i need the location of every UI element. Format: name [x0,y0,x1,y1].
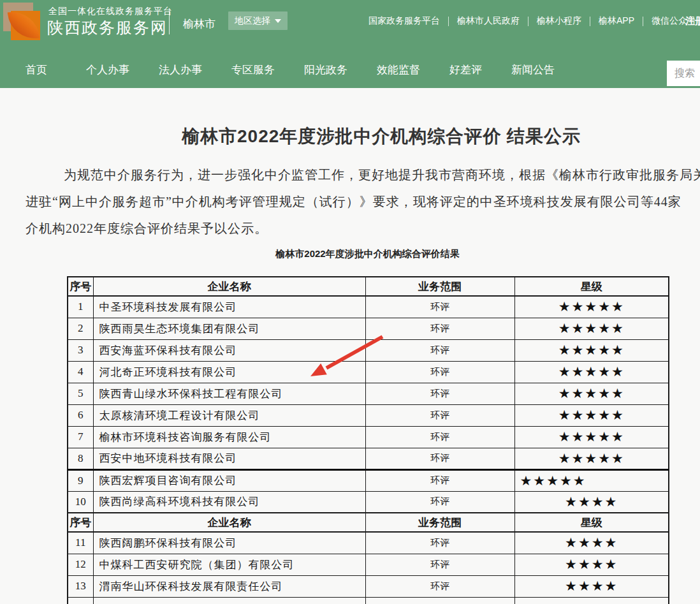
cell-index [68,597,93,604]
cell-business-scope: 环评 [365,361,514,383]
notice-paragraph-line3: 介机构2022年度综合评价结果予以公示。 [26,220,268,237]
nav-item[interactable]: 法人办事 [159,63,202,77]
cell-index: 1 [68,296,93,318]
cell-company-name: 中煤科工西安研究院（集团）有限公司 [93,554,365,575]
current-city-label: 榆林市 [183,17,215,31]
cell-star-rating: ★★★★★ [514,361,669,383]
cell-index: 12 [68,554,93,575]
cell-star-rating: ★★★★★ [514,404,669,426]
cell-company-name: 陕西青山绿水环保科技工程有限公司 [93,383,365,404]
table-row: 13渭南华山环保科技发展有限责任公司环评★★★★ [68,575,669,597]
cell-company-name: 中圣环境科技发展有限公司 [93,296,365,318]
table-row: 12中煤科工西安研究院（集团）有限公司环评★★★★ [68,554,669,575]
cell-index: 8 [68,448,93,469]
table-row: 10陕西尚绿高科环境科技有限公司环评★★★★ [68,491,669,513]
table-caption: 榆林市2022年度涉批中介机构综合评价结果 [67,248,668,260]
table-row: 1中圣环境科技发展有限公司环评★★★★★ [68,296,669,318]
cell-company-name [93,597,365,604]
nav-item[interactable]: 个人办事 [86,63,129,77]
region-selector-button[interactable]: 地区选择 [228,11,288,30]
cell-business-scope: 环评 [365,383,514,404]
cell-index: 2 [68,318,93,339]
cell-index: 7 [68,426,93,448]
search-input[interactable] [667,61,700,86]
column-header: 星级 [514,277,669,296]
table-row: 6太原核清环境工程设计有限公司环评★★★★★ [68,404,669,426]
column-header: 企业名称 [93,277,365,296]
table-row: 9陕西宏辉项目咨询有限公司环评★★★★★ [68,469,669,491]
cell-star-rating: ★★★★★ [514,426,669,448]
site-logo-icon [3,3,41,41]
cell-business-scope: 环评 [365,532,514,554]
cell-star-rating: ★★★★ [514,491,669,513]
cell-company-name: 河北奇正环境科技有限公司 [93,361,365,383]
chevron-down-icon [275,19,281,23]
topbar-link[interactable]: 国家政务服务平台 [368,15,440,27]
table-header-row: 序号企业名称业务范围星级 [68,277,669,296]
cell-business-scope: 环评 [365,426,514,448]
evaluation-table-body: 序号企业名称业务范围星级1中圣环境科技发展有限公司环评★★★★★2陕西雨昊生态环… [68,277,669,604]
register-link[interactable]: 注册 [685,15,700,27]
nav-item[interactable]: 新闻公告 [511,63,555,77]
cell-company-name: 陕西雨昊生态环境集团有限公司 [93,318,365,339]
cell-company-name: 陕西尚绿高科环境科技有限公司 [93,491,365,513]
cell-star-rating: ★★★★★ [514,296,669,318]
column-header: 企业名称 [93,513,365,532]
cell-star-rating: ★★★★★ [514,339,669,361]
topbar-links: 国家政务服务平台榆林市人民政府榆林小程序榆林APP微信公众号 [368,15,696,27]
cell-index: 3 [68,339,93,361]
table-row: 11陕西阔鹏环保科技有限公司环评★★★★ [68,532,669,554]
topbar-link[interactable]: 榆林市人民政府 [457,15,520,27]
cell-company-name: 陕西宏辉项目咨询有限公司 [93,469,365,491]
cell-company-name: 西安海蓝环保科技有限公司 [93,339,365,361]
topbar-link[interactable]: 榆林小程序 [537,15,581,27]
cell-company-name: 渭南华山环保科技发展有限责任公司 [93,575,365,597]
table-row [68,597,669,604]
notice-title: 榆林市2022年度涉批中介机构综合评价 结果公示 [182,124,581,149]
column-header: 序号 [68,513,93,532]
platform-label: 全国一体化在线政务服务平台 [48,6,173,17]
table-row: 7榆林市环境科技咨询服务有限公司环评★★★★★ [68,426,669,448]
site-header: 全国一体化在线政务服务平台 陕西政务服务网 榆林市 地区选择 国家政务服务平台榆… [0,0,700,88]
cell-star-rating [514,597,669,604]
cell-company-name: 榆林市环境科技咨询服务有限公司 [93,426,365,448]
cell-star-rating: ★★★★ [514,554,669,575]
cell-business-scope: 环评 [365,448,514,469]
nav-item[interactable]: 好差评 [449,63,482,77]
table-row: 4河北奇正环境科技有限公司环评★★★★★ [68,361,669,383]
cell-business-scope: 环评 [365,339,514,361]
notice-paragraph-line2: 进驻“网上中介服务超市”中介机构考评管理规定（试行）》要求，现将评定的中圣环境科… [26,193,682,210]
nav-item[interactable]: 阳光政务 [304,63,347,77]
column-header: 序号 [68,277,93,296]
header-divider [169,10,170,34]
cell-business-scope: 环评 [365,296,514,318]
nav-item[interactable]: 专区服务 [231,63,275,77]
link-separator [528,17,529,26]
notice-paragraph-line1: 为规范中介服务行为，进一步强化中介监管工作，更好地提升我市营商环境，根据《榆林市… [64,166,700,184]
cell-business-scope: 环评 [365,469,514,491]
table-row: 3西安海蓝环保科技有限公司环评★★★★★ [68,339,669,361]
cell-index: 10 [68,491,93,513]
column-header: 业务范围 [365,277,514,296]
cell-star-rating: ★★★★ [514,532,669,554]
cell-business-scope: 环评 [365,491,514,513]
topbar-link[interactable]: 榆林APP [599,15,634,27]
cell-business-scope: 环评 [365,318,514,339]
page: 全国一体化在线政务服务平台 陕西政务服务网 榆林市 地区选择 国家政务服务平台榆… [0,0,700,604]
cell-star-rating: ★★★★★ [514,383,669,404]
cell-business-scope [365,597,514,604]
cell-index: 4 [68,361,93,383]
link-separator [643,17,643,26]
cell-index: 9 [68,469,93,491]
cell-star-rating: ★★★★★ [514,469,669,491]
nav-item[interactable]: 首页 [26,63,47,77]
cell-star-rating: ★★★★ [514,575,669,597]
table-row: 5陕西青山绿水环保科技工程有限公司环评★★★★★ [68,383,669,404]
column-header: 业务范围 [365,513,514,532]
cell-business-scope: 环评 [365,554,514,575]
cell-business-scope: 环评 [365,404,514,426]
link-separator [590,17,590,26]
cell-company-name: 西安中地环境科技有限公司 [93,448,365,469]
nav-item[interactable]: 效能监督 [377,63,420,77]
cell-index: 5 [68,383,93,404]
